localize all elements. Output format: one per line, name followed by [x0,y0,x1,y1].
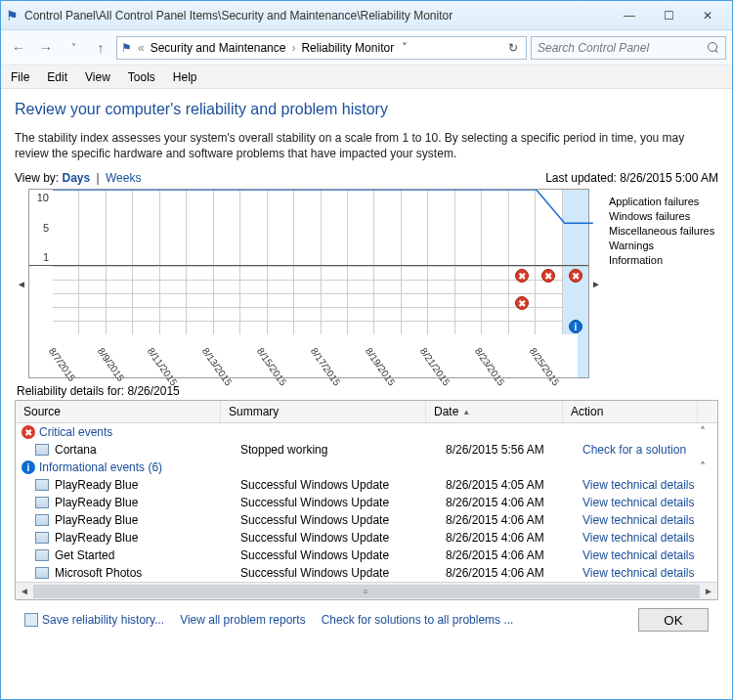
table-row[interactable]: CortanaStopped working8/26/2015 5:56 AMC… [16,441,717,459]
table-row[interactable]: PlayReady BlueSuccessful Windows Update8… [16,511,717,529]
cell-date: 8/26/2015 5:56 AM [446,443,582,457]
chart-event-col[interactable] [159,267,186,334]
window-title: Control Panel\All Control Panel Items\Se… [24,9,610,22]
menu-file[interactable]: File [11,70,29,84]
app-icon [35,514,49,526]
chart-event-col[interactable] [132,267,158,334]
chart-event-col[interactable] [186,267,212,334]
cell-date: 8/26/2015 4:06 AM [446,548,582,562]
view-all-problem-reports-link[interactable]: View all problem reports [180,613,306,627]
x-axis-label: 8/15/2015 [261,334,305,377]
menu-help[interactable]: Help [173,70,197,84]
app-icon [35,567,49,579]
table-group-header[interactable]: iInformational events (6)˄ [16,459,717,476]
recent-dropdown[interactable]: ˅ [62,36,85,60]
cell-date: 8/26/2015 4:06 AM [446,531,582,545]
close-button[interactable]: ✕ [688,5,727,26]
table-row[interactable]: PlayReady BlueSuccessful Windows Update8… [16,529,717,547]
view-by: View by: Days | Weeks [15,171,141,185]
chart-scroll-left[interactable]: ◄ [15,189,28,378]
breadcrumb-seg1[interactable]: Security and Maintenance [151,41,286,55]
cell-summary: Stopped working [240,443,446,457]
reliability-chart: ◄ 1051 ✖✖✖✖i [15,189,718,378]
col-summary[interactable]: Summary [221,401,426,422]
scroll-left-icon[interactable]: ◄ [16,586,33,596]
collapse-icon[interactable]: ˄ [700,460,711,474]
x-axis-label: 8/23/2015 [479,334,523,377]
chart-event-col[interactable]: ✖✖ [508,267,535,334]
table-row[interactable]: PlayReady BlueSuccessful Windows Update8… [16,476,717,494]
scroll-right-icon[interactable]: ► [700,586,717,596]
table-row[interactable]: PlayReady BlueSuccessful Windows Update8… [16,494,717,511]
view-technical-details-link[interactable]: View technical details [582,566,717,580]
chart-event-col[interactable] [106,267,132,334]
app-icon [35,549,49,561]
collapse-icon[interactable]: ˄ [700,425,711,439]
col-action[interactable]: Action [563,401,698,422]
cell-source: Cortana [55,443,240,457]
chart-event-col[interactable]: ✖i [562,267,588,334]
chart-event-col[interactable]: ✖ [535,267,561,334]
address-bar[interactable]: ⚑ « Security and Maintenance › Reliabili… [116,36,527,60]
menu-view[interactable]: View [85,70,110,84]
app-icon: ⚑ [6,8,19,23]
col-source[interactable]: Source [16,401,221,422]
forward-button[interactable]: → [34,36,58,60]
chart-event-col[interactable] [213,267,239,334]
col-date[interactable]: Date▲ [426,401,563,422]
chevron-left-icon: « [138,41,145,55]
title-bar: ⚑ Control Panel\All Control Panel Items\… [1,1,732,30]
cell-source: PlayReady Blue [55,496,240,509]
page-heading: Review your computer's reliability and p… [15,101,718,118]
menu-edit[interactable]: Edit [47,70,67,84]
horizontal-scrollbar[interactable]: ◄ ≡ ► [16,582,717,599]
back-button[interactable]: ← [7,36,30,60]
chart-legend: Application failures Windows failures Mi… [603,189,718,378]
chart-event-col[interactable] [53,267,78,334]
view-by-days[interactable]: Days [62,171,90,185]
chart-event-col[interactable] [427,267,453,334]
view-technical-details-link[interactable]: View technical details [582,531,717,545]
refresh-button[interactable]: ↻ [504,41,522,55]
chart-event-col[interactable] [401,267,427,334]
chart-event-col[interactable] [78,267,105,334]
table-row[interactable]: Get StartedSuccessful Windows Update8/26… [16,547,717,564]
chart-event-col[interactable] [239,267,266,334]
error-marker-icon: ✖ [541,269,555,283]
search-input[interactable]: Search Control Panel [531,36,726,60]
minimize-button[interactable]: — [610,5,649,26]
cell-date: 8/26/2015 4:06 AM [446,496,582,509]
cell-source: Get Started [55,548,240,562]
error-icon: ✖ [22,425,35,439]
chart-event-col[interactable] [373,267,400,334]
save-icon [24,613,38,627]
chart-event-col[interactable] [347,267,373,334]
maximize-button[interactable]: ☐ [649,5,688,26]
save-reliability-history-link[interactable]: Save reliability history... [24,613,164,627]
view-technical-details-link[interactable]: View technical details [582,513,717,527]
x-axis-label: 8/11/2015 [151,334,195,377]
chart-event-col[interactable] [454,267,481,334]
chart-event-col[interactable] [321,267,347,334]
cell-source: PlayReady Blue [55,531,240,545]
sort-asc-icon: ▲ [462,408,470,416]
view-technical-details-link[interactable]: View technical details [582,478,717,492]
check-solutions-link[interactable]: Check for solutions to all problems ... [322,613,514,627]
view-technical-details-link[interactable]: View technical details [582,548,717,562]
table-group-header[interactable]: ✖Critical events˄ [16,423,717,441]
ok-button[interactable]: OK [638,608,709,632]
address-dropdown[interactable]: ˅ [398,41,411,55]
cell-summary: Successful Windows Update [240,478,446,492]
chart-event-col[interactable] [293,267,320,334]
check-solution-link[interactable]: Check for a solution [582,443,717,457]
view-technical-details-link[interactable]: View technical details [582,496,717,509]
last-updated: Last updated: 8/26/2015 5:00 AM [545,171,718,185]
flag-icon: ⚑ [121,41,132,55]
table-row[interactable]: Microsoft PhotosSuccessful Windows Updat… [16,564,717,582]
chart-event-col[interactable] [267,267,293,334]
chart-event-col[interactable] [481,267,507,334]
breadcrumb-seg2[interactable]: Reliability Monitor [301,41,394,55]
up-button[interactable]: ↑ [89,36,112,60]
menu-tools[interactable]: Tools [128,70,155,84]
view-by-weeks[interactable]: Weeks [106,171,141,185]
